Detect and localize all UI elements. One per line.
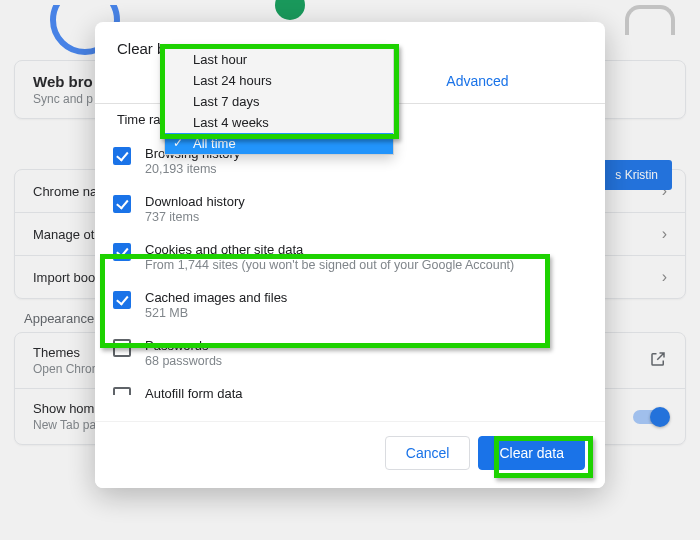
download-sub: 737 items bbox=[145, 210, 245, 224]
cookies-sub: From 1,744 sites (you won't be signed ou… bbox=[145, 258, 514, 272]
option-passwords[interactable]: Passwords 68 passwords bbox=[95, 329, 605, 377]
clear-data-button[interactable]: Clear data bbox=[478, 436, 585, 470]
checkbox-cookies[interactable] bbox=[113, 243, 131, 261]
checkbox-passwords[interactable] bbox=[113, 339, 131, 357]
passwords-label: Passwords bbox=[145, 338, 222, 353]
time-range-label: Time rar bbox=[117, 112, 165, 127]
cancel-button[interactable]: Cancel bbox=[385, 436, 471, 470]
dialog-footer: Cancel Clear data bbox=[95, 421, 605, 488]
passwords-sub: 68 passwords bbox=[145, 354, 222, 368]
browsing-sub: 20,193 items bbox=[145, 162, 240, 176]
clear-data-options: Browsing history 20,193 items Download h… bbox=[95, 133, 605, 407]
cookies-label: Cookies and other site data bbox=[145, 242, 514, 257]
checkbox-autofill[interactable] bbox=[113, 387, 131, 405]
cached-sub: 521 MB bbox=[145, 306, 287, 320]
time-option-last-hour[interactable]: Last hour bbox=[165, 49, 393, 70]
option-cookies[interactable]: Cookies and other site data From 1,744 s… bbox=[95, 233, 605, 281]
option-cached[interactable]: Cached images and files 521 MB bbox=[95, 281, 605, 329]
time-option-all-time[interactable]: All time bbox=[165, 133, 393, 154]
time-range-dropdown[interactable]: Last hour Last 24 hours Last 7 days Last… bbox=[164, 48, 394, 155]
checkbox-download[interactable] bbox=[113, 195, 131, 213]
time-option-last-4w[interactable]: Last 4 weeks bbox=[165, 112, 393, 133]
option-download-history[interactable]: Download history 737 items bbox=[95, 185, 605, 233]
download-label: Download history bbox=[145, 194, 245, 209]
time-option-last-7d[interactable]: Last 7 days bbox=[165, 91, 393, 112]
autofill-label: Autofill form data bbox=[145, 386, 243, 401]
checkbox-cached[interactable] bbox=[113, 291, 131, 309]
checkbox-browsing[interactable] bbox=[113, 147, 131, 165]
time-option-last-24h[interactable]: Last 24 hours bbox=[165, 70, 393, 91]
option-autofill[interactable]: Autofill form data bbox=[95, 377, 605, 407]
cached-label: Cached images and files bbox=[145, 290, 287, 305]
